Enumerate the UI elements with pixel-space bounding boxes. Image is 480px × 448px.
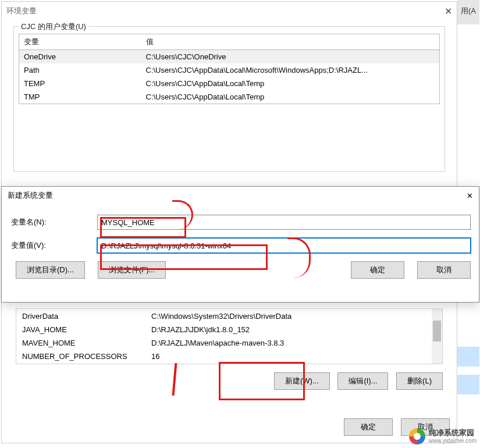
system-vars-buttons: 新建(W)... 编辑(I)... 删除(L) [16, 372, 443, 390]
cell-variable: NUMBER_OF_PROCESSORS [17, 350, 145, 362]
cell-value: C:\Users\CJC\AppData\Local\Temp [141, 90, 440, 104]
cell-value: D:\RJAZLJ\Maven\apache-maven-3.8.3 [147, 337, 441, 349]
table-row[interactable]: OneDriveC:\Users\CJC\OneDrive [19, 50, 440, 64]
col-header-variable[interactable]: 变量 [19, 34, 141, 50]
table-row[interactable]: TEMPC:\Users\CJC\AppData\Local\Temp [19, 77, 440, 90]
table-row[interactable]: JAVA_HOMED:\RJAZLJ\JDK\jdk1.8.0_152 [17, 323, 441, 336]
system-variables-table[interactable]: DriverDataC:\Windows\System32\Drivers\Dr… [16, 309, 442, 364]
system-variables-group: DriverDataC:\Windows\System32\Drivers\Dr… [16, 308, 443, 390]
ok-button[interactable]: 确定 [344, 418, 393, 436]
col-header-value[interactable]: 值 [141, 34, 440, 50]
user-variables-label: CJC 的用户变量(U) [19, 22, 88, 32]
browse-directory-button[interactable]: 浏览目录(D)... [16, 261, 85, 279]
cell-value: 16 [147, 350, 441, 362]
cell-value: C:\Users\CJC\AppData\Local\Temp [141, 77, 440, 90]
cell-value: C:\Users\CJC\AppData\Local\Microsoft\Win… [141, 63, 440, 77]
variable-name-input[interactable] [97, 215, 471, 230]
ok-button[interactable]: 确定 [351, 261, 404, 279]
dialog-title-bar: 新建系统变量 ✕ [2, 187, 479, 204]
cell-variable: TMP [19, 90, 141, 104]
user-variables-table[interactable]: 变量 值 OneDriveC:\Users\CJC\OneDrivePathC:… [19, 34, 440, 104]
user-variables-group: CJC 的用户变量(U) 变量 值 OneDriveC:\Users\CJC\O… [13, 26, 445, 172]
scrollbar[interactable] [432, 309, 442, 364]
new-button[interactable]: 新建(W)... [274, 372, 330, 390]
variable-value-label: 变量值(V): [10, 240, 97, 251]
table-row[interactable]: MAVEN_HOMED:\RJAZLJ\Maven\apache-maven-3… [17, 337, 441, 349]
background-highlight [457, 347, 479, 367]
table-row[interactable]: PathC:\Users\CJC\AppData\Local\Microsoft… [19, 63, 440, 77]
new-system-variable-dialog: 新建系统变量 ✕ 变量名(N): 变量值(V): 浏览目录(D)... 浏览文件… [1, 186, 479, 303]
close-icon[interactable]: ✕ [445, 6, 452, 17]
cell-variable: JAVA_HOME [17, 323, 145, 336]
dialog-title: 新建系统变量 [8, 190, 53, 201]
cell-value: C:\Windows\System32\Drivers\DriverData [147, 310, 441, 322]
table-row[interactable]: TMPC:\Users\CJC\AppData\Local\Temp [19, 90, 440, 104]
cell-variable: OneDrive [19, 50, 141, 64]
browse-file-button[interactable]: 浏览文件(F)... [98, 261, 166, 279]
cell-value: D:\RJAZLJ\JDK\jdk1.8.0_152 [147, 323, 441, 336]
cell-variable: TEMP [19, 77, 141, 90]
cell-value: C:\Users\CJC\OneDrive [141, 50, 440, 64]
variable-value-row: 变量值(V): [10, 238, 471, 253]
cell-variable: Path [19, 63, 141, 77]
variable-value-input[interactable] [97, 238, 471, 253]
watermark-url: www.yidaimei.com [429, 438, 477, 444]
close-icon[interactable]: ✕ [467, 191, 473, 200]
title-bar: 环境变量 ✕ [2, 2, 457, 20]
variable-name-label: 变量名(N): [10, 217, 97, 227]
edit-button[interactable]: 编辑(I)... [337, 372, 388, 390]
dialog-button-row: 浏览目录(D)... 浏览文件(F)... 确定 取消 [10, 261, 471, 279]
cell-variable: MAVEN_HOME [17, 337, 145, 349]
delete-button[interactable]: 删除(L) [396, 372, 443, 390]
watermark: 纯净系统家园 www.yidaimei.com [409, 428, 477, 445]
table-row[interactable]: DriverDataC:\Windows\System32\Drivers\Dr… [17, 310, 441, 322]
background-highlight [457, 375, 479, 394]
window-title: 环境变量 [6, 6, 37, 16]
background-tab: 用(A [457, 0, 479, 24]
cancel-button[interactable]: 取消 [417, 261, 471, 279]
watermark-title: 纯净系统家园 [429, 429, 477, 437]
logo-icon [409, 428, 425, 445]
variable-name-row: 变量名(N): [10, 215, 471, 230]
cell-variable: DriverData [17, 310, 145, 322]
table-row[interactable]: NUMBER_OF_PROCESSORS16 [17, 350, 441, 362]
